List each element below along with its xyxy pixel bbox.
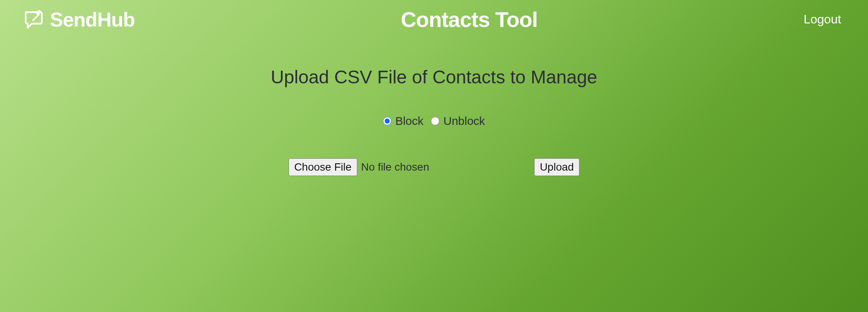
file-status-text: No file chosen bbox=[361, 161, 429, 173]
block-radio-label[interactable]: Block bbox=[395, 115, 423, 128]
file-upload-row: Choose File No file chosen Upload bbox=[0, 158, 868, 176]
main-content: Upload CSV File of Contacts to Manage Bl… bbox=[0, 32, 868, 176]
brand-text: SendHub bbox=[50, 8, 135, 31]
upload-heading: Upload CSV File of Contacts to Manage bbox=[0, 66, 868, 88]
unblock-radio[interactable] bbox=[431, 117, 439, 125]
unblock-radio-label[interactable]: Unblock bbox=[443, 115, 485, 128]
block-radio[interactable] bbox=[383, 117, 391, 125]
sendhub-icon bbox=[23, 9, 45, 30]
logout-link[interactable]: Logout bbox=[804, 12, 845, 27]
choose-file-button[interactable]: Choose File bbox=[289, 158, 357, 176]
file-chooser-group: Choose File No file chosen bbox=[289, 158, 534, 176]
page-title: Contacts Tool bbox=[135, 7, 804, 32]
header: SendHub Contacts Tool Logout bbox=[0, 0, 868, 32]
upload-button[interactable]: Upload bbox=[534, 158, 580, 176]
action-radio-group: Block Unblock bbox=[383, 115, 485, 128]
brand-logo[interactable]: SendHub bbox=[23, 8, 135, 31]
